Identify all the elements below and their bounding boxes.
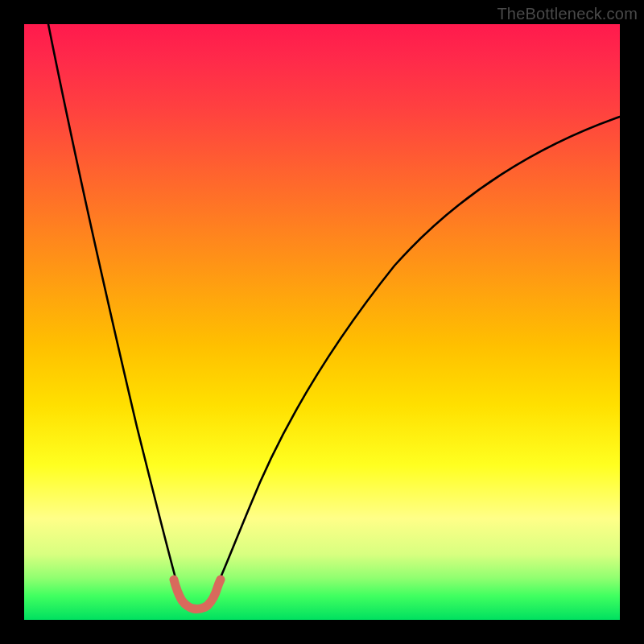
left-curve <box>48 24 185 602</box>
right-curve <box>209 117 620 602</box>
chart-svg <box>24 24 620 620</box>
watermark-text: TheBottleneck.com <box>497 5 638 23</box>
valley-marker <box>174 580 221 609</box>
chart-plot-area <box>24 24 620 620</box>
